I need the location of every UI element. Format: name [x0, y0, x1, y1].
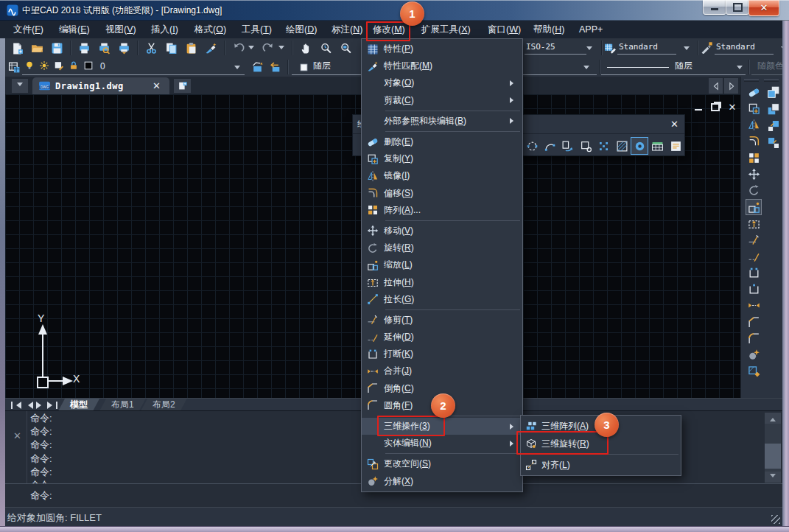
- redo-button[interactable]: [260, 40, 276, 56]
- menu-item-对齐[interactable]: 对齐(L): [521, 456, 681, 474]
- linetype-combo[interactable]: 随层: [601, 60, 746, 75]
- menu-item-外部参照和块编辑[interactable]: 外部参照和块编辑(B): [362, 113, 522, 130]
- tab-scroll-left-button[interactable]: [709, 78, 723, 94]
- print-preview-button[interactable]: [96, 40, 112, 56]
- menu-item-10[interactable]: 扩展工具(X): [417, 21, 475, 38]
- menu-item-特性[interactable]: 特性(P): [362, 41, 522, 57]
- bulb-icon[interactable]: [24, 60, 35, 71]
- menu-item-8[interactable]: 标注(N): [327, 21, 367, 38]
- restore-button[interactable]: [726, 0, 749, 15]
- cut-button[interactable]: [143, 40, 159, 56]
- draw-order-under-button[interactable]: [765, 135, 782, 151]
- minimize-button[interactable]: [703, 0, 726, 15]
- command-window-close-icon[interactable]: ✕: [13, 430, 21, 441]
- plot-button[interactable]: [116, 40, 132, 56]
- edit-hatch-button[interactable]: [746, 363, 762, 379]
- print-button[interactable]: [76, 40, 92, 56]
- new-tab-button[interactable]: [174, 79, 191, 93]
- tab-scroll-right-button[interactable]: [724, 78, 738, 94]
- draw-donut-button[interactable]: [631, 138, 648, 154]
- save-button[interactable]: [49, 40, 65, 56]
- chevron-down-icon[interactable]: [248, 46, 254, 52]
- fillet-button[interactable]: [746, 331, 762, 347]
- menu-item-更改空间[interactable]: 更改空间(S): [362, 455, 522, 472]
- layout-tab-布局1[interactable]: 布局1: [99, 399, 146, 411]
- menu-item-移动[interactable]: 移动(V): [362, 223, 522, 239]
- layer-previous-icon[interactable]: [267, 59, 283, 75]
- extend-button[interactable]: [746, 248, 762, 265]
- draw-points-button[interactable]: [596, 138, 612, 154]
- mdi-close-button[interactable]: ✕: [727, 102, 737, 112]
- pan-hand-button[interactable]: [298, 40, 314, 56]
- menu-item-7[interactable]: 绘图(D): [281, 21, 321, 38]
- menu-item-5[interactable]: 格式(O): [190, 21, 231, 38]
- layer-combo[interactable]: 0: [22, 60, 245, 75]
- menu-item-4[interactable]: 插入(I): [147, 21, 183, 38]
- draw-order-back-button[interactable]: [765, 101, 782, 117]
- draw-toolbar-close-icon[interactable]: ✕: [670, 119, 680, 130]
- menu-item-特性匹配[interactable]: 特性匹配(M): [362, 57, 522, 74]
- close-button[interactable]: ✕: [748, 0, 779, 16]
- menu-item-镜像[interactable]: 镜像(I): [362, 167, 522, 184]
- layer-new-icon[interactable]: [54, 60, 64, 71]
- scroll-up-button[interactable]: [765, 413, 781, 424]
- menu-item-复制[interactable]: 复制(Y): [362, 150, 522, 167]
- tab-list-button[interactable]: [12, 79, 28, 93]
- draw-order-above-button[interactable]: [765, 118, 782, 134]
- last-tab-button[interactable]: [47, 401, 57, 409]
- draw-order-front-button[interactable]: [765, 84, 782, 100]
- command-scrollbar[interactable]: [765, 413, 781, 483]
- menu-item-旋转[interactable]: 旋转(R): [362, 239, 522, 256]
- menu-item-对象[interactable]: 对象(O): [362, 74, 522, 91]
- chamfer-button[interactable]: [746, 314, 762, 330]
- match-props-button[interactable]: [203, 40, 219, 56]
- menu-item-阵列[interactable]: 阵列(A)...: [362, 202, 522, 219]
- break-object-button[interactable]: [578, 138, 594, 154]
- previous-tab-button[interactable]: [24, 401, 35, 409]
- swatch-black-icon[interactable]: [83, 60, 94, 71]
- menu-item-偏移[interactable]: 偏移(S): [362, 185, 522, 202]
- mirror-button[interactable]: [746, 117, 762, 133]
- copy-doc-button[interactable]: [163, 40, 179, 56]
- break-button[interactable]: [746, 265, 762, 281]
- menu-item-分解[interactable]: 分解(X): [362, 473, 522, 490]
- menu-item-延伸[interactable]: 延伸(D): [362, 329, 522, 346]
- tab-close-icon[interactable]: ✕: [150, 80, 164, 91]
- erase-button[interactable]: [746, 84, 762, 100]
- trim-button[interactable]: [746, 232, 762, 248]
- draw-arc-button[interactable]: [541, 138, 558, 154]
- menu-item-1[interactable]: 文件(F): [9, 21, 48, 38]
- layer-current-icon[interactable]: [249, 59, 265, 75]
- zoom-realtime-button[interactable]: [318, 40, 334, 56]
- resize-grip[interactable]: [771, 515, 780, 524]
- array-button[interactable]: [746, 150, 762, 166]
- menu-item-删除[interactable]: 删除(E): [362, 133, 522, 150]
- layer-manager-icon[interactable]: [6, 59, 22, 75]
- menu-item-合并[interactable]: 合并(J): [362, 363, 522, 379]
- paste-button[interactable]: [183, 40, 199, 56]
- undo-button[interactable]: [230, 40, 246, 56]
- copy-rotate-button[interactable]: [560, 138, 576, 154]
- menu-item-打断[interactable]: 打断(K): [362, 346, 522, 363]
- explode-button[interactable]: [746, 347, 762, 363]
- chevron-down-icon[interactable]: [278, 46, 284, 52]
- scale-button[interactable]: [746, 199, 762, 215]
- layout-tab-布局2[interactable]: 布局2: [141, 399, 187, 411]
- mdi-restore-button[interactable]: [710, 102, 720, 112]
- offset-button[interactable]: [746, 133, 762, 150]
- next-tab-button[interactable]: [36, 401, 46, 409]
- mdi-minimize-button[interactable]: [693, 102, 704, 112]
- scrollbar-thumb[interactable]: [765, 444, 781, 469]
- join-button[interactable]: [746, 298, 762, 314]
- folder-open-button[interactable]: [29, 40, 45, 56]
- menu-item-修剪[interactable]: 修剪(T): [362, 312, 522, 329]
- draw-circle-button[interactable]: [524, 138, 540, 154]
- doc-new-button[interactable]: [9, 40, 25, 56]
- copy-obj-button[interactable]: [746, 100, 762, 116]
- menu-item-11[interactable]: 窗口(W): [483, 21, 525, 38]
- menu-item-13[interactable]: APP+: [575, 21, 607, 38]
- break-point-button[interactable]: [746, 281, 762, 298]
- text-style-combo[interactable]: Standard: [715, 41, 789, 55]
- document-tab[interactable]: DWG Drawing1.dwg ✕: [32, 77, 169, 94]
- menu-item-6[interactable]: 工具(T): [237, 21, 276, 38]
